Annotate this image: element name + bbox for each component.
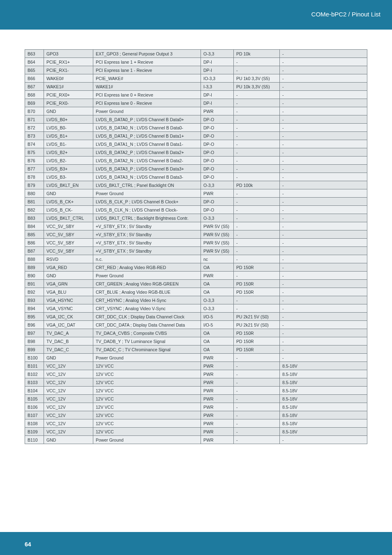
cell-signal: VCC_12V [44,419,93,428]
cell-id: B84 [25,222,44,230]
cell-signal: LVDS_BKLT_CTRL [44,214,93,222]
cell-note: - [280,263,367,272]
cell-desc: 12V VCC [93,403,201,411]
cell-signal: PCIE_RX0- [44,99,93,107]
cell-desc: 12V VCC [93,370,201,378]
cell-signal: VCC_12V [44,403,93,411]
cell-signal: VGA_HSYNC [44,296,93,304]
cell-id: B64 [25,58,44,66]
cell-id: B103 [25,378,44,387]
cell-id: B78 [25,173,44,181]
cell-note: - [280,189,367,198]
cell-pupd: PD 150R [234,329,280,337]
cell-desc: PCI Express lane 1 - Recieve [93,66,201,74]
cell-note: - [280,206,367,214]
cell-id: B83 [25,214,44,222]
table-row: B97TV_DAC_ATV_DACA_CVBS ; Composite CVBS… [25,329,367,337]
cell-pupd: - [234,403,280,411]
cell-id: B66 [25,74,44,83]
cell-desc: CRT_DDC_DATA ; Display Data Channel Data [93,321,201,329]
table-row: B87VCC_5V_SBY+V_STBY_ETX ; 5V StandbyPWR… [25,247,367,255]
table-row: B73LVDS_B1+LVDS_B_DATA1_P ; LVDS Channel… [25,132,367,140]
cell-pupd: - [234,206,280,214]
cell-type: PWR [201,387,234,395]
cell-note: - [280,247,367,255]
cell-desc: +V_STBY_ETX ; 5V Standby [93,222,201,230]
cell-type: OA [201,337,234,345]
cell-desc: LVDS_B_DATA0_P ; LVDS Channel B Data0+ [93,115,201,124]
cell-desc: CRT_GREEN ; Analog Video RGB-GREEN [93,280,201,288]
cell-note: - [280,280,367,288]
cell-id: B63 [25,50,44,58]
table-row: B80GNDPower GroundPWR-- [25,189,367,198]
cell-desc: 12V VCC [93,419,201,428]
cell-note: 8.5-18V [280,411,367,419]
cell-pupd: PD 10k [234,50,280,58]
cell-pupd: PD 150R [234,280,280,288]
cell-desc: LVDS_BKLT_CTRL ; Backlight Brightness Co… [93,214,201,222]
table-row: B91VGA_GRNCRT_GREEN ; Analog Video RGB-G… [25,280,367,288]
header-band: COMe-bPC2 / Pinout List [0,0,392,30]
cell-type: PWR 5V (S5) [201,239,234,247]
cell-note: - [280,198,367,206]
cell-type: DP-I [201,58,234,66]
cell-type: PWR [201,107,234,115]
page-number: 64 [25,541,31,548]
cell-desc: LVDS_B_CLK_P ; LVDS Channel B Clock+ [93,198,201,206]
cell-id: B72 [25,124,44,132]
cell-signal: RSVD [44,255,93,263]
footer-band: 64 [0,532,392,555]
cell-type: O-3,3 [201,50,234,58]
cell-id: B74 [25,140,44,148]
cell-note: - [280,321,367,329]
cell-note: 8.5-18V [280,395,367,403]
cell-id: B67 [25,83,44,91]
cell-pupd: PU 10k 3,3V (S5) [234,83,280,91]
cell-desc: LVDS_B_DATA1_N ; LVDS Channel B Data1- [93,140,201,148]
cell-pupd: PD 150R [234,337,280,345]
cell-note: 8.5-18V [280,403,367,411]
cell-id: B73 [25,132,44,140]
cell-signal: LVDS_B2- [44,157,93,165]
cell-type: O-3,3 [201,296,234,304]
cell-desc: 12V VCC [93,411,201,419]
cell-id: B90 [25,272,44,280]
table-row: B105VCC_12V12V VCCPWR-8.5-18V [25,395,367,403]
cell-desc: PCI Express lane 1 + Recieve [93,58,201,66]
cell-desc: 12V VCC [93,428,201,436]
cell-type: OA [201,345,234,354]
cell-note: - [280,214,367,222]
cell-type: OA [201,280,234,288]
table-row: B103VCC_12V12V VCCPWR-8.5-18V [25,378,367,387]
cell-type: PWR [201,354,234,362]
cell-type: PWR 5V (S5) [201,222,234,230]
cell-id: B102 [25,370,44,378]
cell-signal: VGA_GRN [44,280,93,288]
cell-signal: VGA_I2C_CK [44,313,93,321]
cell-note: - [280,50,367,58]
cell-id: B93 [25,296,44,304]
cell-desc: CRT_VSYNC ; Analog Video V-Sync [93,304,201,313]
cell-signal: VGA_RED [44,263,93,272]
cell-signal: LVDS_B3- [44,173,93,181]
table-row: B90GNDPower GroundPWR-- [25,272,367,280]
table-row: B98TV_DAC_BTV_DADB_Y ; TV Luminance Sign… [25,337,367,345]
cell-pupd: - [234,411,280,419]
cell-signal: VGA_I2C_DAT [44,321,93,329]
table-row: B65PCIE_RX1-PCI Express lane 1 - Recieve… [25,66,367,74]
table-row: B63GPO3EXT_GPO3 ; General Purpose Output… [25,50,367,58]
cell-note: - [280,140,367,148]
cell-id: B94 [25,304,44,313]
cell-id: B87 [25,247,44,255]
table-row: B78LVDS_B3-LVDS_B_DATA3_N ; LVDS Channel… [25,173,367,181]
cell-signal: VGA_VSYNC [44,304,93,313]
cell-signal: PCIE_RX0+ [44,91,93,99]
table-row: B96VGA_I2C_DATCRT_DDC_DATA ; Display Dat… [25,321,367,329]
breadcrumb: COMe-bPC2 / Pinout List [311,11,380,18]
cell-note: 8.5-18V [280,370,367,378]
cell-desc: TV_DACA_CVBS ; Composite CVBS [93,329,201,337]
cell-signal: LVDS_B1- [44,140,93,148]
cell-desc: LVDS_BKLT_CTRL ; Panel Backlight ON [93,181,201,189]
cell-note: - [280,337,367,345]
cell-desc: CRT_RED ; Analog Video RGB-RED [93,263,201,272]
